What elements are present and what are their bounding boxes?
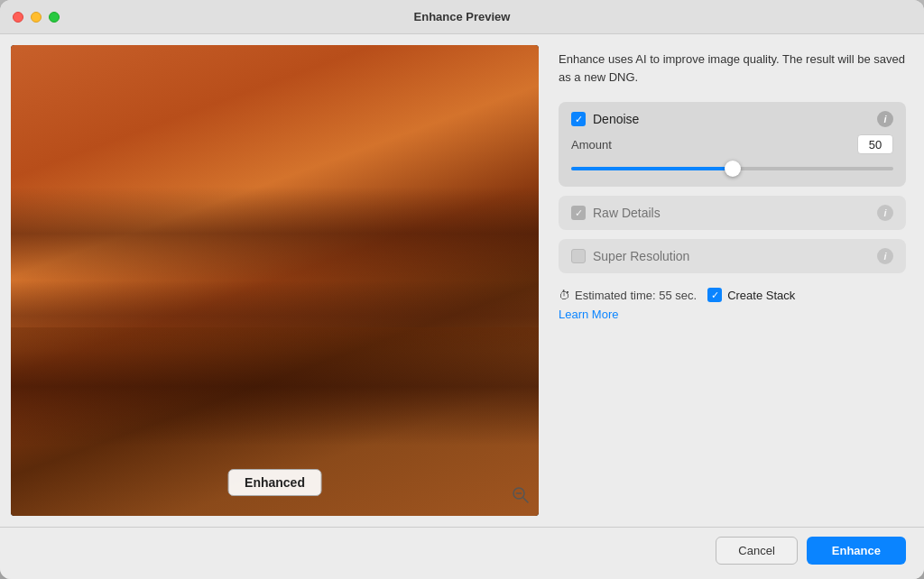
raw-details-left: ✓ Raw Details [571, 206, 661, 220]
denoise-checkbox[interactable]: ✓ [571, 112, 586, 126]
estimated-time: ⏱ Estimated time: 55 sec. [559, 289, 697, 302]
raw-checkmark-icon: ✓ [575, 208, 583, 218]
create-stack-label: Create Stack [727, 289, 795, 302]
learn-more-link[interactable]: Learn More [559, 308, 906, 321]
denoise-info-icon[interactable]: i [877, 111, 893, 127]
raw-details-checkbox[interactable]: ✓ [571, 206, 586, 220]
cloud-layer-3 [11, 327, 539, 446]
main-content: Enhanced Enhance uses AI to improve imag… [0, 34, 924, 527]
super-resolution-info-icon[interactable]: i [877, 248, 893, 264]
slider-track [571, 167, 893, 170]
maximize-button[interactable] [49, 12, 60, 23]
time-row: ⏱ Estimated time: 55 sec. ✓ Create Stack [559, 288, 906, 302]
slider-thumb[interactable] [725, 161, 741, 177]
cloud-layer-1 [11, 187, 539, 280]
super-resolution-checkbox[interactable] [571, 249, 586, 263]
super-resolution-label: Super Resolution [593, 249, 689, 263]
svg-line-1 [523, 498, 528, 502]
zoom-icon[interactable] [512, 486, 530, 509]
amount-row: Amount 50 [571, 134, 893, 154]
description-text: Enhance uses AI to improve image quality… [559, 51, 906, 86]
denoise-option: ✓ Denoise i Amount 50 [559, 102, 906, 187]
denoise-slider[interactable] [571, 160, 893, 178]
amount-value[interactable]: 50 [857, 134, 893, 154]
window-title: Enhance Preview [414, 10, 511, 23]
traffic-lights [13, 12, 60, 23]
raw-details-option: ✓ Raw Details i [559, 196, 906, 230]
create-stack-checkmark: ✓ [711, 290, 719, 300]
denoise-label: Denoise [593, 112, 639, 126]
denoise-left: ✓ Denoise [571, 112, 639, 126]
enhance-button[interactable]: Enhance [807, 537, 906, 565]
minimize-button[interactable] [31, 12, 42, 23]
bottom-buttons: Cancel Enhance [0, 527, 924, 579]
raw-details-header: ✓ Raw Details i [571, 205, 893, 221]
enhanced-badge: Enhanced [227, 469, 322, 496]
super-resolution-header: Super Resolution i [571, 248, 893, 264]
right-panel: Enhance uses AI to improve image quality… [539, 34, 924, 527]
create-stack-group: ✓ Create Stack [707, 288, 795, 302]
checkmark-icon: ✓ [575, 115, 583, 124]
amount-label: Amount [571, 138, 612, 152]
clock-icon: ⏱ [559, 289, 570, 302]
preview-image [11, 45, 539, 516]
enhance-preview-window: Enhance Preview Enhanced Enhance uses AI… [0, 0, 924, 579]
close-button[interactable] [13, 12, 23, 23]
raw-details-info-icon[interactable]: i [877, 205, 893, 221]
titlebar: Enhance Preview [0, 0, 924, 34]
super-resolution-option: Super Resolution i [559, 239, 906, 273]
cancel-button[interactable]: Cancel [716, 537, 797, 565]
denoise-header: ✓ Denoise i [571, 111, 893, 127]
raw-details-label: Raw Details [593, 206, 661, 220]
create-stack-checkbox[interactable]: ✓ [707, 288, 722, 302]
slider-fill [571, 167, 733, 170]
super-resolution-left: Super Resolution [571, 249, 689, 263]
preview-area: Enhanced [11, 45, 539, 516]
